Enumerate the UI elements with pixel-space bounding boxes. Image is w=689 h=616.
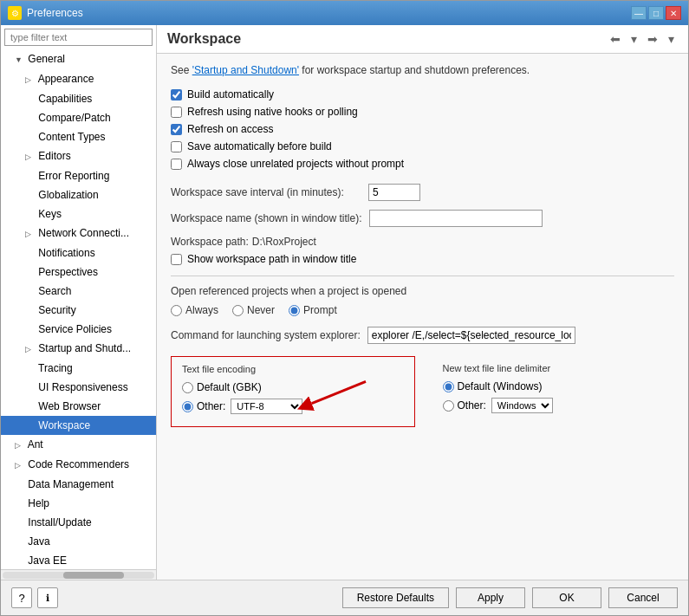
radio-never[interactable]: Never — [232, 304, 275, 316]
new-line-box: New text file line delimiter Default (Wi… — [432, 356, 675, 427]
maximize-button[interactable]: □ — [648, 6, 664, 20]
workspace-path-label: Workspace path: — [171, 236, 249, 248]
info-text: See 'Startup and Shutdown' for workspace… — [171, 64, 674, 76]
new-line-default-label[interactable]: Default (Windows) — [443, 380, 543, 392]
title-bar-left: ⚙ Preferences — [8, 6, 83, 20]
refresh-access-checkbox[interactable] — [171, 124, 182, 135]
tree-item-ant[interactable]: ▷ Ant — [1, 435, 156, 455]
workspace-name-input[interactable] — [369, 210, 543, 227]
back-dropdown-button[interactable]: ▾ — [627, 30, 640, 48]
tree-item-compare-patch[interactable]: Compare/Patch — [1, 108, 156, 127]
tree-item-appearance[interactable]: ▷ Appearance — [1, 69, 156, 89]
encoding-other-radio[interactable] — [182, 401, 193, 412]
tree-item-service-policies[interactable]: Service Policies — [1, 320, 156, 339]
back-button[interactable]: ⬅ — [607, 30, 624, 48]
bottom-bar: ? ℹ Restore Defaults Apply OK Cancel — [1, 580, 688, 615]
bottom-left-icons: ? ℹ — [11, 587, 58, 608]
help-button[interactable]: ? — [11, 587, 32, 608]
encoding-default-label[interactable]: Default (GBK) — [182, 381, 262, 393]
content-area: ▼ General ▷ Appearance Capabilities Comp… — [1, 25, 688, 580]
checkbox-save-before-build[interactable]: Save automatically before build — [171, 140, 674, 152]
tree-item-help[interactable]: Help — [1, 494, 156, 513]
tree-item-workspace[interactable]: Workspace — [1, 416, 156, 435]
filter-input[interactable] — [4, 29, 153, 46]
command-label: Command for launching system explorer: — [171, 329, 361, 341]
horizontal-scrollbar[interactable] — [1, 569, 156, 580]
workspace-path-value: D:\RoxProject — [252, 236, 316, 248]
radio-never-input[interactable] — [232, 305, 244, 316]
tree-item-web-browser[interactable]: Web Browser — [1, 397, 156, 416]
tree-item-content-types[interactable]: Content Types — [1, 127, 156, 146]
encoding-default-row: Default (GBK) — [182, 381, 404, 393]
save-interval-row: Workspace save interval (in minutes): — [171, 184, 674, 201]
restore-defaults-button[interactable]: Restore Defaults — [342, 587, 449, 608]
tree-item-java-ee[interactable]: Java EE — [1, 551, 156, 569]
forward-button[interactable]: ➡ — [644, 30, 661, 48]
radio-prompt[interactable]: Prompt — [289, 304, 337, 316]
tree-item-editors[interactable]: ▷ Editors — [1, 146, 156, 166]
workspace-name-row: Workspace name (shown in window title): — [171, 210, 674, 227]
scrollbar-track — [3, 572, 154, 579]
new-line-other-radio[interactable] — [443, 400, 454, 412]
tree-item-code-recommenders[interactable]: ▷ Code Recommenders — [1, 455, 156, 475]
command-input[interactable] — [367, 327, 575, 344]
save-before-build-checkbox[interactable] — [171, 141, 182, 152]
close-unrelated-checkbox[interactable] — [171, 159, 182, 170]
tree-item-ui-responsiveness[interactable]: UI Responsiveness — [1, 378, 156, 397]
tree-item-network-connectivity[interactable]: ▷ Network Connecti... — [1, 224, 156, 243]
tree-item-startup-shutdown[interactable]: ▷ Startup and Shutd... — [1, 339, 156, 359]
right-body: See 'Startup and Shutdown' for workspace… — [157, 54, 688, 580]
radio-always-input[interactable] — [171, 305, 182, 316]
new-line-default-row: Default (Windows) — [443, 380, 665, 392]
apply-button[interactable]: Apply — [456, 587, 525, 608]
app-icon: ⚙ — [8, 6, 22, 20]
forward-dropdown-button[interactable]: ▾ — [665, 30, 678, 48]
refresh-native-checkbox[interactable] — [171, 107, 182, 118]
build-auto-checkbox[interactable] — [171, 89, 182, 101]
tree-item-java[interactable]: Java — [1, 532, 156, 551]
show-path-checkbox-row[interactable]: Show workspace path in window title — [171, 253, 674, 265]
encoding-other-label[interactable]: Other: — [182, 400, 225, 412]
tree-item-tracing[interactable]: Tracing — [1, 359, 156, 378]
minimize-button[interactable]: — — [631, 6, 647, 20]
radio-prompt-input[interactable] — [289, 305, 300, 316]
ok-button[interactable]: OK — [532, 587, 601, 608]
startup-shutdown-link[interactable]: 'Startup and Shutdown' — [192, 64, 299, 76]
page-title: Workspace — [167, 31, 241, 47]
new-line-default-radio[interactable] — [443, 381, 454, 392]
encoding-select[interactable]: UTF-8 UTF-16 ISO-8859-1 GBK — [231, 399, 302, 414]
nav-buttons: ⬅ ▾ ➡ ▾ — [607, 30, 678, 48]
close-button[interactable]: ✕ — [666, 6, 681, 20]
encoding-section: Text file encoding Default (GBK) Other: — [171, 356, 674, 427]
tree-item-notifications[interactable]: Notifications — [1, 243, 156, 263]
radio-always[interactable]: Always — [171, 304, 218, 316]
tree-item-search[interactable]: Search — [1, 282, 156, 301]
new-line-select[interactable]: Windows Unix Mac — [491, 398, 553, 413]
tree-item-capabilities[interactable]: Capabilities — [1, 89, 156, 108]
right-panel: Workspace ⬅ ▾ ➡ ▾ See 'Startup and Shutd… — [157, 25, 688, 580]
cancel-button[interactable]: Cancel — [608, 587, 678, 608]
info-button[interactable]: ℹ — [37, 587, 58, 608]
checkbox-build-auto[interactable]: Build automatically — [171, 88, 674, 101]
workspace-name-label: Workspace name (shown in window title): — [171, 212, 362, 224]
tree-item-install-update[interactable]: Install/Update — [1, 513, 156, 532]
tree-container: ▼ General ▷ Appearance Capabilities Comp… — [1, 49, 156, 569]
new-line-other-label[interactable]: Other: — [443, 399, 486, 412]
tree-item-security[interactable]: Security — [1, 301, 156, 320]
tree-item-keys[interactable]: Keys — [1, 204, 156, 224]
right-header: Workspace ⬅ ▾ ➡ ▾ — [157, 25, 688, 54]
text-file-encoding-box: Text file encoding Default (GBK) Other: — [171, 356, 415, 427]
new-line-title: New text file line delimiter — [443, 363, 665, 373]
encoding-default-radio[interactable] — [182, 382, 193, 393]
checkbox-refresh-access[interactable]: Refresh on access — [171, 123, 674, 135]
tree-item-perspectives[interactable]: Perspectives — [1, 263, 156, 282]
info-suffix: for workspace startup and shutdown prefe… — [299, 64, 530, 76]
save-interval-input[interactable] — [368, 184, 420, 201]
tree-item-data-management[interactable]: Data Management — [1, 475, 156, 494]
tree-item-globalization[interactable]: Globalization — [1, 185, 156, 204]
tree-item-error-reporting[interactable]: Error Reporting — [1, 166, 156, 185]
checkbox-close-unrelated[interactable]: Always close unrelated projects without … — [171, 158, 674, 170]
tree-item-general[interactable]: ▼ General — [1, 49, 156, 69]
show-path-checkbox[interactable] — [171, 254, 182, 265]
checkbox-refresh-native[interactable]: Refresh using native hooks or polling — [171, 106, 674, 118]
